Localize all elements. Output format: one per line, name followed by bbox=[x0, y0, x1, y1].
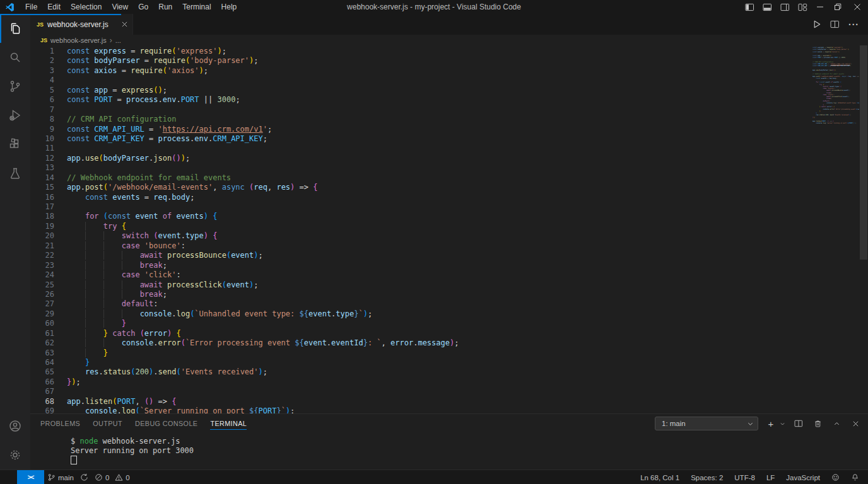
line-number[interactable]: 63 bbox=[30, 349, 54, 358]
line-number[interactable]: 6 bbox=[30, 95, 54, 105]
sidebar-item-explorer[interactable] bbox=[0, 14, 30, 43]
line-number[interactable]: 12 bbox=[30, 154, 54, 163]
line-number[interactable]: 66 bbox=[30, 377, 54, 387]
menu-go[interactable]: Go bbox=[133, 0, 153, 14]
split-terminal-icon[interactable] bbox=[792, 417, 805, 430]
remote-indicator[interactable]: >< bbox=[17, 470, 44, 484]
sidebar-item-search[interactable] bbox=[0, 43, 30, 72]
sidebar-item-source-control[interactable] bbox=[0, 72, 30, 101]
scrollbar-thumb[interactable] bbox=[860, 45, 867, 260]
line-number[interactable]: 3 bbox=[30, 66, 54, 76]
line-number[interactable]: 62 bbox=[30, 338, 54, 348]
line-number[interactable]: 1 bbox=[30, 47, 54, 56]
panel-tab-terminal[interactable]: TERMINAL bbox=[210, 414, 247, 433]
language-mode[interactable]: JavaScript bbox=[786, 474, 820, 481]
cursor-position[interactable]: Ln 68, Col 1 bbox=[640, 474, 679, 481]
panel-tab-debug-console[interactable]: DEBUG CONSOLE bbox=[135, 414, 197, 433]
code-editor[interactable]: 1const express = require('express');2con… bbox=[30, 45, 868, 413]
settings-gear-icon[interactable] bbox=[0, 441, 30, 470]
menu-view[interactable]: View bbox=[107, 0, 133, 14]
line-number[interactable]: 23 bbox=[30, 261, 54, 270]
eol-sequence[interactable]: LF bbox=[766, 474, 775, 481]
code-line: 68app.listen(PORT, () => { bbox=[30, 397, 812, 406]
code-area[interactable]: 1const express = require('express');2con… bbox=[30, 45, 812, 413]
menu-edit[interactable]: Edit bbox=[42, 0, 66, 14]
line-number[interactable]: 18 bbox=[30, 212, 54, 221]
line-number[interactable]: 14 bbox=[30, 173, 54, 183]
split-editor-icon[interactable] bbox=[830, 20, 840, 28]
menu-help[interactable]: Help bbox=[216, 0, 242, 14]
line-number[interactable]: 17 bbox=[30, 202, 54, 212]
terminal-selector[interactable]: 1: main bbox=[655, 417, 758, 430]
account-button[interactable] bbox=[0, 412, 30, 441]
menu-run[interactable]: Run bbox=[153, 0, 177, 14]
line-number[interactable]: 29 bbox=[30, 309, 54, 319]
terminal-profile-chevron-icon[interactable] bbox=[778, 417, 786, 430]
line-number[interactable]: 2 bbox=[30, 56, 54, 66]
line-number[interactable]: 67 bbox=[30, 387, 54, 396]
line-number[interactable]: 22 bbox=[30, 251, 54, 260]
encoding[interactable]: UTF-8 bbox=[734, 474, 755, 481]
line-number[interactable]: 21 bbox=[30, 241, 54, 251]
sidebar-item-run-debug[interactable] bbox=[0, 101, 30, 130]
menu-terminal[interactable]: Terminal bbox=[177, 0, 216, 14]
line-number[interactable]: 19 bbox=[30, 222, 54, 231]
line-number[interactable]: 26 bbox=[30, 290, 54, 299]
line-number[interactable]: 5 bbox=[30, 86, 54, 95]
breadcrumb-file[interactable]: webhook-server.js bbox=[50, 37, 107, 44]
toggle-secondary-sidebar-icon[interactable] bbox=[776, 0, 794, 14]
minimize-icon[interactable] bbox=[811, 0, 829, 14]
line-number[interactable]: 9 bbox=[30, 125, 54, 134]
problems-indicator[interactable]: 0 0 bbox=[91, 470, 133, 484]
line-number[interactable]: 24 bbox=[30, 270, 54, 280]
line-number[interactable]: 65 bbox=[30, 367, 54, 377]
line-number[interactable]: 25 bbox=[30, 280, 54, 290]
customize-layout-icon[interactable] bbox=[794, 0, 811, 14]
menu-file[interactable]: File bbox=[20, 0, 42, 14]
menu-selection[interactable]: Selection bbox=[66, 0, 107, 14]
line-number[interactable]: 13 bbox=[30, 163, 54, 173]
line-number[interactable]: 68 bbox=[30, 397, 54, 406]
line-number[interactable]: 20 bbox=[30, 231, 54, 241]
tab-webhook-server[interactable]: JS webhook-server.js bbox=[30, 14, 133, 35]
kill-terminal-icon[interactable] bbox=[811, 417, 824, 430]
line-number[interactable]: 16 bbox=[30, 193, 54, 202]
breadcrumb-symbol[interactable]: ... bbox=[115, 37, 121, 44]
branch-indicator[interactable]: main bbox=[44, 470, 77, 484]
line-number[interactable]: 7 bbox=[30, 105, 54, 115]
toggle-panel-icon[interactable] bbox=[758, 0, 776, 14]
line-number[interactable]: 8 bbox=[30, 115, 54, 124]
panel-actions: 1: main + bbox=[655, 417, 862, 430]
line-number[interactable]: 60 bbox=[30, 319, 54, 328]
line-number[interactable]: 69 bbox=[30, 406, 54, 413]
indentation[interactable]: Spaces: 2 bbox=[691, 474, 723, 481]
toggle-primary-sidebar-icon[interactable] bbox=[741, 0, 758, 14]
maximize-panel-icon[interactable] bbox=[830, 417, 843, 430]
line-number[interactable]: 10 bbox=[30, 134, 54, 144]
restore-icon[interactable] bbox=[829, 0, 847, 14]
notifications-bell-icon[interactable] bbox=[851, 473, 859, 481]
line-number[interactable]: 61 bbox=[30, 329, 54, 338]
line-number[interactable]: 4 bbox=[30, 76, 54, 85]
tab-close-icon[interactable] bbox=[122, 21, 127, 27]
line-number[interactable]: 64 bbox=[30, 358, 54, 367]
close-panel-icon[interactable] bbox=[849, 417, 862, 430]
code-line: 6const PORT = process.env.PORT || 3000; bbox=[30, 95, 812, 105]
panel-tab-problems[interactable]: PROBLEMS bbox=[40, 414, 80, 433]
line-number[interactable]: 15 bbox=[30, 183, 54, 192]
sidebar-item-testing[interactable] bbox=[0, 159, 30, 188]
close-window-icon[interactable] bbox=[847, 0, 868, 14]
new-terminal-icon[interactable]: + bbox=[765, 417, 777, 430]
line-number[interactable]: 11 bbox=[30, 144, 54, 153]
minimap[interactable]: const express = require('express');const… bbox=[812, 47, 859, 125]
line-number[interactable]: 27 bbox=[30, 299, 54, 309]
editor-scrollbar[interactable] bbox=[859, 45, 868, 413]
more-actions-icon[interactable]: ··· bbox=[848, 20, 859, 30]
terminal-output[interactable]: $ node webhook-server.jsServer running o… bbox=[30, 433, 868, 470]
feedback-icon[interactable] bbox=[831, 473, 840, 481]
run-file-icon[interactable] bbox=[812, 20, 821, 29]
panel-tab-output[interactable]: OUTPUT bbox=[93, 414, 122, 433]
sidebar-item-extensions[interactable] bbox=[0, 130, 30, 159]
breadcrumb[interactable]: JS webhook-server.js › ... bbox=[30, 35, 868, 45]
sync-button[interactable] bbox=[77, 470, 91, 484]
